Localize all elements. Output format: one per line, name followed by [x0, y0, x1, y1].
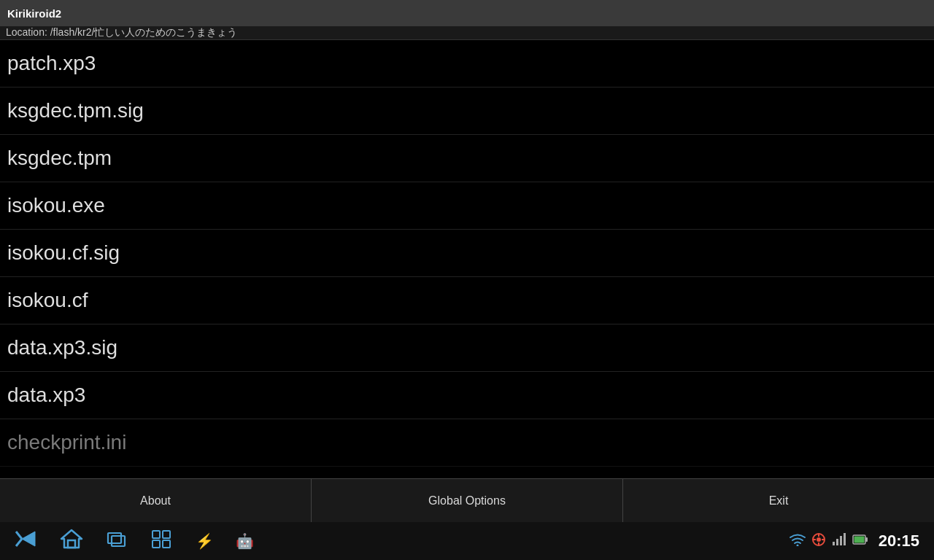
- file-item[interactable]: ksgdec.tpm.sig: [0, 88, 934, 135]
- svg-rect-24: [854, 537, 864, 543]
- app-title: Kirikiroid2: [7, 7, 61, 20]
- svg-rect-19: [836, 539, 838, 545]
- file-item[interactable]: data.xp3.sig: [0, 324, 934, 372]
- svg-rect-8: [163, 531, 170, 538]
- svg-point-13: [817, 537, 821, 542]
- bottom-menu-bar: About Global Options Exit: [0, 478, 934, 522]
- location-text: Location: /flash/kr2/忙しい人のためのこうまきょう: [6, 26, 237, 39]
- svg-marker-0: [22, 532, 35, 546]
- status-time: 20:15: [879, 532, 919, 551]
- file-item[interactable]: data.xp3: [0, 372, 934, 419]
- file-name: isokou.cf.sig: [7, 241, 120, 265]
- home-button[interactable]: [60, 529, 83, 553]
- file-item[interactable]: isokou.cf.sig: [0, 230, 934, 277]
- nav-left-icons: ⚡ 🤖: [15, 529, 790, 554]
- file-name: data.xp3: [7, 384, 85, 407]
- file-name: ksgdec.tpm.sig: [7, 99, 144, 122]
- android-icon: 🤖: [236, 532, 254, 550]
- title-bar: Kirikiroid2: [0, 0, 934, 26]
- svg-line-1: [16, 532, 22, 539]
- svg-rect-6: [112, 536, 125, 546]
- svg-rect-5: [108, 533, 121, 543]
- signal-bars-icon: [832, 533, 846, 549]
- back-button[interactable]: [15, 529, 38, 554]
- svg-rect-21: [844, 533, 846, 545]
- location-icon: [811, 532, 826, 551]
- file-name: patch.xp3: [7, 52, 96, 75]
- file-name: checkprint.ini: [7, 431, 126, 454]
- main-content: Location: /flash/kr2/忙しい人のためのこうまきょう patc…: [0, 26, 934, 505]
- svg-rect-20: [840, 536, 842, 545]
- svg-point-11: [796, 544, 798, 546]
- usb-icon: ⚡: [196, 532, 214, 550]
- file-item[interactable]: ksgdec.tpm: [0, 135, 934, 182]
- about-button[interactable]: About: [0, 479, 312, 522]
- svg-rect-9: [153, 540, 160, 548]
- recent-apps-button[interactable]: [105, 529, 128, 553]
- file-item[interactable]: isokou.exe: [0, 182, 934, 230]
- wifi-icon: [790, 533, 806, 550]
- file-name: data.xp3.sig: [7, 336, 117, 359]
- nav-right-status: 20:15: [790, 532, 919, 551]
- svg-rect-4: [68, 540, 75, 548]
- file-list: patch.xp3ksgdec.tpm.sigksgdec.tpmisokou.…: [0, 40, 934, 505]
- svg-rect-23: [865, 537, 868, 542]
- file-name: isokou.cf: [7, 289, 88, 312]
- battery-icon: [852, 533, 868, 549]
- file-item[interactable]: isokou.cf: [0, 277, 934, 324]
- exit-button[interactable]: Exit: [623, 479, 934, 522]
- global-options-button[interactable]: Global Options: [312, 479, 623, 522]
- file-item[interactable]: patch.xp3: [0, 40, 934, 88]
- svg-rect-7: [153, 531, 160, 538]
- svg-rect-10: [163, 540, 170, 548]
- file-name: ksgdec.tpm: [7, 147, 112, 170]
- android-nav-bar: ⚡ 🤖: [0, 522, 934, 560]
- grid-button[interactable]: [150, 529, 174, 553]
- file-item[interactable]: checkprint.ini: [0, 419, 934, 467]
- location-bar: Location: /flash/kr2/忙しい人のためのこうまきょう: [0, 26, 934, 40]
- svg-marker-3: [61, 530, 82, 548]
- svg-rect-18: [833, 542, 835, 545]
- file-name: isokou.exe: [7, 194, 105, 217]
- svg-line-2: [16, 539, 22, 546]
